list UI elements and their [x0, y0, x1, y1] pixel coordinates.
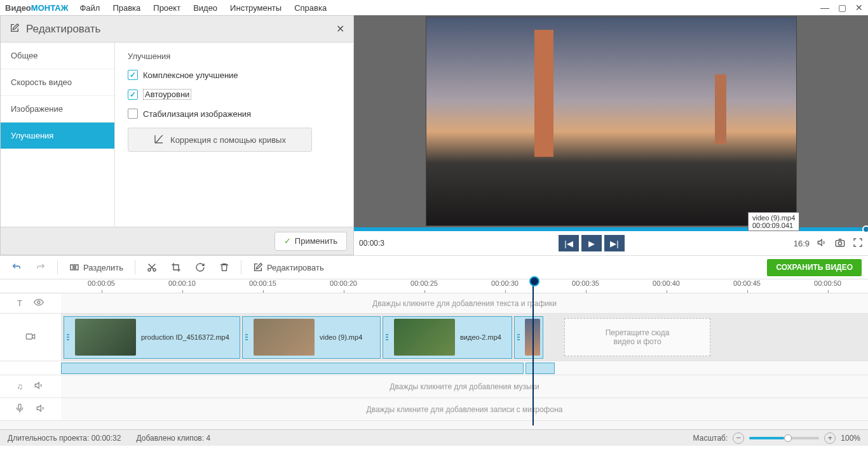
mic-icon[interactable]	[15, 403, 25, 415]
undo-button[interactable]	[6, 259, 27, 276]
play-button[interactable]: ▶	[581, 235, 602, 251]
checkbox-icon	[128, 90, 138, 100]
tab-image[interactable]: Изображение	[1, 96, 114, 123]
svg-rect-2	[71, 265, 73, 270]
checkbox-icon	[128, 109, 138, 119]
menu-tools[interactable]: Инструменты	[230, 3, 281, 13]
split-button[interactable]: Разделить	[64, 259, 128, 276]
menu-video[interactable]: Видео	[193, 3, 217, 13]
checkbox-icon	[128, 70, 138, 80]
mic-volume-icon[interactable]	[36, 403, 46, 415]
mic-track-body[interactable]: Дважды кликните для добавления записи с …	[61, 398, 868, 420]
text-track-body[interactable]: Дважды кликните для добавления текста и …	[61, 293, 868, 313]
prev-frame-button[interactable]: |◀	[559, 235, 579, 251]
checkbox-stabilization[interactable]: Стабилизация изображения	[128, 109, 341, 119]
svg-rect-7	[26, 334, 32, 339]
menu-help[interactable]: Справка	[294, 3, 327, 13]
panel-close-icon[interactable]: ✕	[336, 23, 344, 35]
clips-count: Добавлено клипов: 4	[136, 434, 210, 443]
effects-track-body[interactable]	[61, 361, 868, 375]
tab-speed[interactable]: Скорость видео	[1, 69, 114, 96]
edit-clip-button[interactable]: Редактировать	[248, 259, 329, 276]
crop-button[interactable]	[166, 259, 186, 276]
edit-icon	[10, 23, 20, 35]
aspect-ratio-label[interactable]: 16:9	[794, 239, 810, 248]
zoom-value: 100%	[841, 434, 860, 443]
svg-point-1	[838, 241, 841, 244]
redo-button[interactable]	[31, 259, 51, 276]
timeline-toolbar: Разделить Редактировать СОХРАНИТЬ ВИДЕО	[0, 255, 868, 279]
curves-icon	[154, 134, 164, 146]
text-icon[interactable]: T	[17, 298, 22, 308]
video-track-body[interactable]: production ID_4516372.mp4 video (9).mp4 …	[61, 314, 868, 361]
minimize-icon[interactable]: —	[820, 3, 829, 13]
enhancements-settings: Улучшения Комплексное улучшение Автоуров…	[115, 43, 353, 227]
checkbox-complex-enhancement[interactable]: Комплексное улучшение	[128, 70, 341, 80]
svg-point-6	[37, 301, 40, 304]
playhead-tooltip: video (9).mp4 00:00:09.041	[748, 212, 799, 231]
snapshot-icon[interactable]	[835, 237, 845, 250]
zoom-out-button[interactable]: −	[733, 432, 744, 444]
save-video-button[interactable]: СОХРАНИТЬ ВИДЕО	[767, 259, 862, 276]
svg-rect-3	[76, 265, 78, 270]
cut-button[interactable]	[142, 259, 162, 276]
menu-file[interactable]: Файл	[79, 3, 100, 13]
mic-track: Дважды кликните для добавления записи с …	[0, 398, 868, 421]
clip-4[interactable]	[514, 316, 543, 359]
next-frame-button[interactable]: ▶|	[604, 235, 625, 251]
preview-area: video (9).mp4 00:00:09.041 00:00:3 |◀ ▶ …	[354, 15, 868, 255]
video-dropzone[interactable]: Перетащите сюда видео и фото	[564, 318, 710, 356]
clip-1[interactable]: production ID_4516372.mp4	[64, 316, 240, 359]
check-icon: ✓	[284, 236, 291, 246]
zoom-slider[interactable]	[749, 437, 819, 439]
rotate-button[interactable]	[190, 259, 210, 276]
project-duration: Длительность проекта: 00:00:32	[8, 434, 121, 443]
video-preview[interactable]	[426, 17, 797, 226]
app-logo: ВидеоМОНТАЖ	[5, 3, 68, 13]
clip-3[interactable]: видео-2.mp4	[383, 316, 512, 359]
panel-title: Редактировать	[26, 23, 100, 36]
panel-tabs: Общее Скорость видео Изображение Улучшен…	[1, 43, 115, 227]
status-bar: Длительность проекта: 00:00:32 Добавлено…	[0, 429, 868, 446]
apply-button[interactable]: ✓ Применить	[275, 232, 347, 251]
clip-2[interactable]: video (9).mp4	[242, 316, 381, 359]
video-icon[interactable]	[25, 331, 36, 344]
visibility-icon[interactable]	[34, 297, 44, 309]
edit-panel: Редактировать ✕ Общее Скорость видео Изо…	[0, 15, 354, 255]
timeline: 00:00:0500:00:10 00:00:1500:00:20 00:00:…	[0, 279, 868, 429]
video-track: production ID_4516372.mp4 video (9).mp4 …	[0, 314, 868, 361]
svg-rect-8	[18, 404, 21, 409]
menu-project[interactable]: Проект	[153, 3, 180, 13]
tab-enhancements[interactable]: Улучшения	[1, 123, 114, 149]
curves-correction-button[interactable]: Коррекция с помощью кривых	[128, 128, 312, 152]
checkbox-autolevels[interactable]: Автоуровни	[128, 89, 341, 100]
timeline-ruler[interactable]: 00:00:0500:00:10 00:00:1500:00:20 00:00:…	[0, 279, 868, 293]
section-heading: Улучшения	[128, 51, 341, 61]
volume-icon[interactable]	[817, 237, 827, 250]
music-icon[interactable]: ♫	[17, 382, 23, 391]
audio-track-body[interactable]: Дважды кликните для добавления музыки	[61, 375, 868, 398]
window-controls: — ▢ ✕	[820, 3, 863, 13]
close-window-icon[interactable]: ✕	[855, 3, 863, 13]
audio-volume-icon[interactable]	[34, 380, 44, 392]
fullscreen-icon[interactable]	[853, 237, 863, 250]
current-time: 00:00:3	[359, 239, 384, 248]
audio-track: ♫ Дважды кликните для добавления музыки	[0, 375, 868, 398]
playhead[interactable]	[532, 279, 534, 425]
zoom-in-button[interactable]: +	[824, 432, 836, 444]
tab-general[interactable]: Общее	[1, 43, 114, 69]
menu-bar: ВидеоМОНТАЖ Файл Правка Проект Видео Инс…	[0, 0, 868, 15]
delete-button[interactable]	[214, 259, 234, 276]
menu-edit[interactable]: Правка	[112, 3, 140, 13]
panel-header: Редактировать ✕	[1, 16, 353, 43]
effects-track	[0, 361, 868, 375]
maximize-icon[interactable]: ▢	[838, 3, 846, 13]
zoom-label: Масштаб:	[693, 434, 728, 443]
text-track: T Дважды кликните для добавления текста …	[0, 293, 868, 314]
